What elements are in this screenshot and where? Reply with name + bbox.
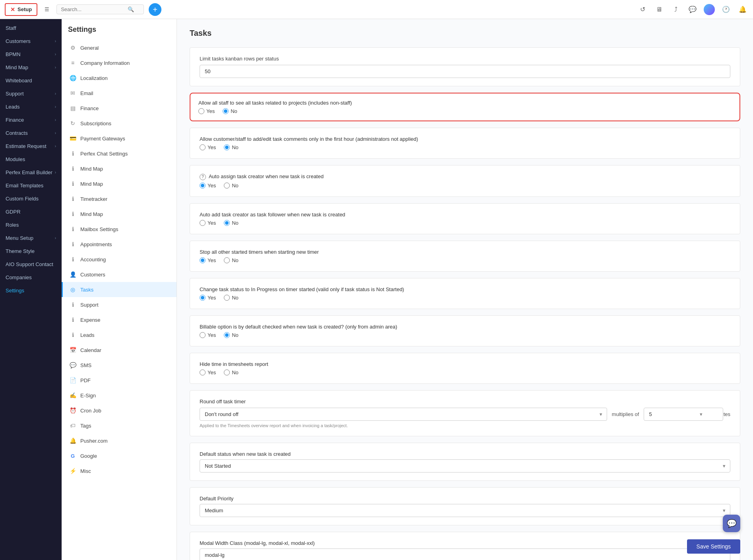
setup-tab[interactable]: ✕ Setup (5, 3, 37, 16)
settings-menu-finance[interactable]: ▤ Finance (62, 101, 177, 116)
sidebar-item-email-templates[interactable]: Email Templates (0, 179, 62, 192)
settings-menu-general[interactable]: ⚙ General (62, 40, 177, 55)
auto-follower-yes[interactable]: Yes (200, 220, 216, 226)
multiplies-of-label: multiplies of (612, 411, 639, 417)
default-status-select[interactable]: Not Started In Progress Testing Awaiting… (200, 459, 730, 472)
sidebar-item-whiteboard[interactable]: Whiteboard (0, 74, 62, 87)
sidebar-item-mind-map[interactable]: Mind Map › (0, 61, 62, 74)
settings-menu-cron-job[interactable]: ⏰ Cron Job (62, 403, 177, 418)
settings-menu-timetracker[interactable]: ℹ Timetracker (62, 191, 177, 206)
settings-menu-email[interactable]: ✉ Email (62, 86, 177, 101)
minutes-select-wrapper: 5 10 15 30 (644, 408, 707, 421)
sidebar-item-settings[interactable]: Settings (0, 284, 62, 297)
settings-menu-calendar[interactable]: 📅 Calendar (62, 342, 177, 358)
settings-menu-customers[interactable]: 👤 Customers (62, 267, 177, 282)
default-priority-select[interactable]: Low Medium High Urgent (200, 504, 730, 517)
settings-menu-localization[interactable]: 🌐 Localization (62, 70, 177, 86)
chat-icon[interactable]: 💬 (687, 4, 698, 15)
auto-assign-no[interactable]: No (224, 183, 239, 189)
auto-follower-no[interactable]: No (224, 220, 239, 226)
sidebar-item-companies[interactable]: Companies (0, 271, 62, 284)
auto-follower-section: Auto add task creator as task follower w… (190, 203, 740, 234)
stop-timers-yes[interactable]: Yes (200, 257, 216, 263)
hamburger-button[interactable]: ☰ (41, 3, 53, 16)
settings-menu-misc[interactable]: ⚡ Misc (62, 463, 177, 478)
change-status-no[interactable]: No (224, 295, 239, 301)
settings-menu-support[interactable]: ℹ Support (62, 297, 177, 312)
modal-width-input[interactable] (200, 548, 730, 560)
settings-menu-pusher[interactable]: 🔔 Pusher.com (62, 433, 177, 448)
allow-staff-yes[interactable]: Yes (198, 108, 215, 114)
billable-label: Billable option is by default checked wh… (200, 324, 730, 330)
allow-staff-no[interactable]: No (223, 108, 237, 114)
sidebar-item-custom-fields[interactable]: Custom Fields (0, 192, 62, 205)
sidebar-item-finance[interactable]: Finance › (0, 113, 62, 126)
sidebar-item-theme-style[interactable]: Theme Style (0, 245, 62, 258)
auto-follower-label: Auto add task creator as task follower w… (200, 212, 730, 218)
stop-timers-no[interactable]: No (224, 257, 239, 263)
settings-menu-expense[interactable]: ℹ Expense (62, 312, 177, 327)
sidebar-item-perfex-email-builder[interactable]: Perfex Email Builder › (0, 166, 62, 179)
settings-menu-mind-map-2[interactable]: ℹ Mind Map (62, 176, 177, 191)
allow-customer-comment-no[interactable]: No (224, 144, 239, 150)
settings-panel-title: Settings (62, 25, 177, 40)
settings-menu-perfex-chat-settings[interactable]: ℹ Perfex Chat Settings (62, 146, 177, 161)
sidebar-item-customers[interactable]: Customers › (0, 35, 62, 48)
sidebar-item-contracts[interactable]: Contracts › (0, 126, 62, 140)
settings-menu-sms[interactable]: 💬 SMS (62, 358, 177, 373)
kanban-input[interactable] (200, 65, 730, 78)
settings-menu-mind-map-1[interactable]: ℹ Mind Map (62, 161, 177, 176)
settings-menu-tags[interactable]: 🏷 Tags (62, 418, 177, 433)
search-input[interactable] (61, 6, 124, 12)
settings-menu-appointments[interactable]: ℹ Appointments (62, 237, 177, 252)
close-icon[interactable]: ✕ (10, 6, 15, 13)
sidebar-item-bpmn[interactable]: BPMN › (0, 48, 62, 61)
clock-icon[interactable]: 🕐 (720, 4, 732, 15)
settings-menu-google[interactable]: G Google (62, 448, 177, 463)
hide-time-yes[interactable]: Yes (200, 369, 216, 375)
round-off-select[interactable]: Don't round off Round to nearest 5 Round… (200, 408, 607, 421)
auto-assign-section: ? Auto assign task creator when new task… (190, 165, 740, 197)
auto-assign-yes[interactable]: Yes (200, 183, 216, 189)
settings-menu-accounting[interactable]: ℹ Accounting (62, 252, 177, 267)
settings-menu-mind-map-3[interactable]: ℹ Mind Map (62, 206, 177, 222)
settings-menu-leads[interactable]: ℹ Leads (62, 327, 177, 342)
person-icon: 👤 (69, 271, 76, 278)
change-status-yes[interactable]: Yes (200, 295, 216, 301)
save-settings-button[interactable]: Save Settings (687, 539, 740, 554)
minutes-select[interactable]: 5 10 15 30 (644, 408, 723, 421)
settings-menu-pdf[interactable]: 📄 PDF (62, 373, 177, 388)
sidebar-item-estimate-request[interactable]: Estimate Request › (0, 140, 62, 153)
sidebar-item-menu-setup[interactable]: Menu Setup › (0, 231, 62, 245)
sidebar-item-aio-support-contact[interactable]: AIO Support Contact (0, 258, 62, 271)
auto-assign-radios: Yes No (200, 183, 730, 189)
monitor-icon[interactable]: 🖥 (654, 4, 665, 15)
globe-icon: 🌐 (69, 74, 76, 82)
add-button[interactable]: + (149, 3, 161, 16)
settings-menu-e-sign[interactable]: ✍ E-Sign (62, 388, 177, 403)
settings-menu-subscriptions[interactable]: ↻ Subscriptions (62, 116, 177, 131)
sidebar-item-gdpr[interactable]: GDPR (0, 205, 62, 218)
sidebar-item-staff[interactable]: Staff (0, 21, 62, 35)
bell-icon[interactable]: 🔔 (737, 4, 748, 15)
sidebar-item-modules[interactable]: Modules (0, 153, 62, 166)
info-icon: ℹ (69, 316, 76, 323)
sidebar-item-support[interactable]: Support › (0, 87, 62, 100)
kanban-section: Limit tasks kanban rows per status (190, 47, 740, 86)
history-icon[interactable]: ↺ (637, 4, 648, 15)
settings-menu-payment-gateways[interactable]: 💳 Payment Gateways (62, 131, 177, 146)
chat-float-button[interactable]: 💬 (723, 515, 740, 532)
billable-section: Billable option is by default checked wh… (190, 315, 740, 346)
settings-menu-tasks[interactable]: ◎ Tasks (62, 282, 177, 297)
avatar[interactable] (704, 4, 715, 15)
allow-customer-comment-yes[interactable]: Yes (200, 144, 216, 150)
hide-time-no[interactable]: No (224, 369, 239, 375)
sidebar-item-leads[interactable]: Leads › (0, 100, 62, 113)
settings-menu-mailbox-settings[interactable]: ℹ Mailbox Settings (62, 222, 177, 237)
billable-no[interactable]: No (224, 332, 239, 338)
auto-assign-label: ? Auto assign task creator when new task… (200, 173, 730, 180)
billable-yes[interactable]: Yes (200, 332, 216, 338)
share-icon[interactable]: ⤴ (670, 4, 681, 15)
settings-menu-company-information[interactable]: ≡ Company Information (62, 55, 177, 70)
sidebar-item-roles[interactable]: Roles (0, 218, 62, 231)
